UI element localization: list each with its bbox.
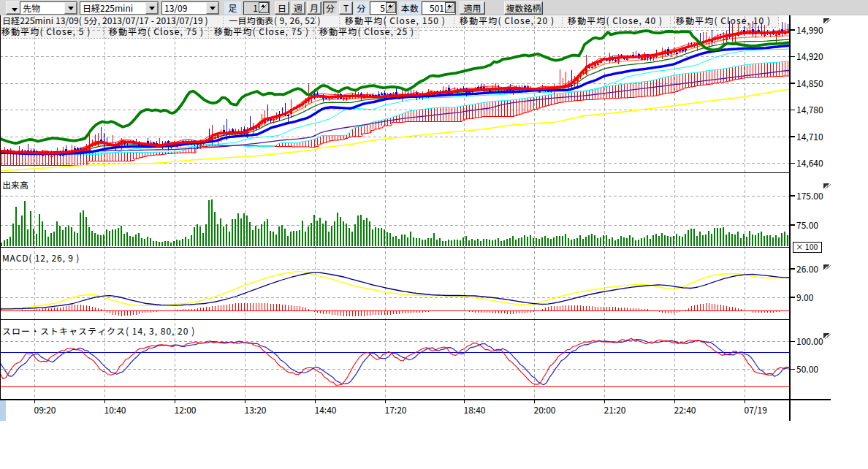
svg-text:移動平均( Close, 10 ): 移動平均( Close, 10 )	[676, 15, 771, 26]
svg-text:移動平均( Close, 40 ): 移動平均( Close, 40 )	[568, 15, 663, 26]
svg-text:スロー・ストキャスティクス( 14, 3, 80, 20 ): スロー・ストキャスティクス( 14, 3, 80, 20 )	[2, 324, 195, 337]
svg-text:14,920: 14,920	[796, 50, 823, 62]
svg-text:14,710: 14,710	[796, 130, 823, 142]
svg-text:26.00: 26.00	[796, 262, 818, 275]
svg-text:20:00: 20:00	[534, 403, 556, 416]
svg-text:移動平均( Close, 20 ): 移動平均( Close, 20 )	[460, 15, 555, 26]
svg-text:14,780: 14,780	[796, 103, 823, 115]
svg-text:09:20: 09:20	[34, 403, 56, 416]
svg-text:21:20: 21:20	[604, 403, 626, 416]
svg-text:22:40: 22:40	[674, 403, 696, 416]
svg-text:× 100: × 100	[796, 241, 818, 252]
svg-text:MACD( 12, 26, 9 ): MACD( 12, 26, 9 )	[2, 251, 80, 264]
svg-text:50.00: 50.00	[796, 362, 818, 375]
svg-text:13:20: 13:20	[245, 403, 267, 416]
svg-text:14,990: 14,990	[796, 23, 823, 36]
svg-text:07/19: 07/19	[745, 403, 768, 416]
svg-text:100.00: 100.00	[796, 335, 823, 347]
svg-text:移動平均( Close, 25 ): 移動平均( Close, 25 )	[319, 25, 414, 37]
svg-text:14:40: 14:40	[315, 403, 337, 416]
svg-text:移動平均( Close, 75 ): 移動平均( Close, 75 )	[214, 25, 309, 37]
svg-text:12:00: 12:00	[175, 403, 197, 416]
svg-text:175.00: 175.00	[796, 189, 823, 202]
svg-text:移動平均( Close, 75 ): 移動平均( Close, 75 )	[109, 25, 204, 37]
svg-text:75.00: 75.00	[796, 218, 818, 231]
svg-text:14,640: 14,640	[796, 156, 823, 169]
svg-text:9.00: 9.00	[796, 291, 814, 303]
svg-text:出来高: 出来高	[2, 178, 28, 191]
svg-text:移動平均( Close, 5 ): 移動平均( Close, 5 )	[1, 25, 91, 37]
svg-text:18:40: 18:40	[464, 403, 486, 416]
svg-text:10:40: 10:40	[104, 403, 126, 416]
svg-text:17:20: 17:20	[385, 403, 407, 416]
svg-text:14,850: 14,850	[796, 77, 823, 89]
